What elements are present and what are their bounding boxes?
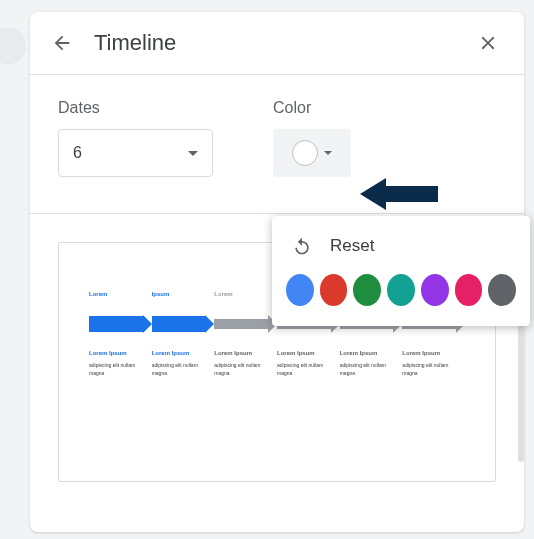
preview-item: Lorem Ipsumadipiscing elit nullam magna bbox=[340, 349, 403, 377]
preview-segment bbox=[214, 315, 277, 333]
color-swatch-purple[interactable] bbox=[421, 274, 449, 306]
dates-value: 6 bbox=[73, 144, 82, 162]
preview-bottom-labels: Lorem Ipsumadipiscing elit nullam magna … bbox=[89, 349, 465, 377]
dates-control-group: Dates 6 bbox=[58, 99, 213, 177]
preview-segment bbox=[89, 315, 152, 333]
reset-label: Reset bbox=[330, 236, 374, 256]
dates-label: Dates bbox=[58, 99, 213, 117]
color-swatch-pink[interactable] bbox=[455, 274, 483, 306]
preview-top-label: Lorem bbox=[214, 291, 277, 297]
color-swatch-teal[interactable] bbox=[387, 274, 415, 306]
color-control-group: Color bbox=[273, 99, 351, 177]
preview-segment bbox=[152, 315, 215, 333]
panel-header: Timeline bbox=[30, 12, 524, 75]
preview-item: Lorem Ipsumadipiscing elit nullam magna bbox=[214, 349, 277, 377]
reset-icon bbox=[292, 236, 312, 256]
color-popover: Reset bbox=[272, 216, 530, 326]
close-button[interactable] bbox=[476, 31, 500, 55]
reset-button[interactable]: Reset bbox=[286, 232, 516, 270]
controls-row: Dates 6 Color bbox=[30, 75, 524, 187]
preview-item: Lorem Ipsumadipiscing elit nullam magna bbox=[152, 349, 215, 377]
preview-top-label: Ipsum bbox=[152, 291, 215, 297]
back-button[interactable] bbox=[50, 31, 74, 55]
color-swatch-gray[interactable] bbox=[488, 274, 516, 306]
preview-top-label: Lorem bbox=[89, 291, 152, 297]
color-label: Color bbox=[273, 99, 351, 117]
chevron-down-icon bbox=[324, 151, 332, 155]
preview-item: Lorem Ipsumadipiscing elit nullam magna bbox=[277, 349, 340, 377]
pointer-arrow-annotation bbox=[360, 174, 440, 214]
close-icon bbox=[477, 32, 499, 54]
color-swatch-blue[interactable] bbox=[286, 274, 314, 306]
arrow-left-icon bbox=[51, 32, 73, 54]
scrollbar-thumb[interactable] bbox=[518, 312, 524, 462]
color-select[interactable] bbox=[273, 129, 351, 177]
color-swatch-green[interactable] bbox=[353, 274, 381, 306]
swatch-row bbox=[286, 270, 516, 310]
preview-item: Lorem Ipsumadipiscing elit nullam magna bbox=[402, 349, 465, 377]
panel-title: Timeline bbox=[94, 30, 456, 56]
background-avatar-stub bbox=[0, 28, 26, 64]
preview-item: Lorem Ipsumadipiscing elit nullam magna bbox=[89, 349, 152, 377]
color-swatch-empty bbox=[292, 140, 318, 166]
dates-select[interactable]: 6 bbox=[58, 129, 213, 177]
chevron-down-icon bbox=[188, 151, 198, 156]
arrow-left-icon bbox=[360, 178, 438, 210]
color-swatch-red[interactable] bbox=[320, 274, 348, 306]
